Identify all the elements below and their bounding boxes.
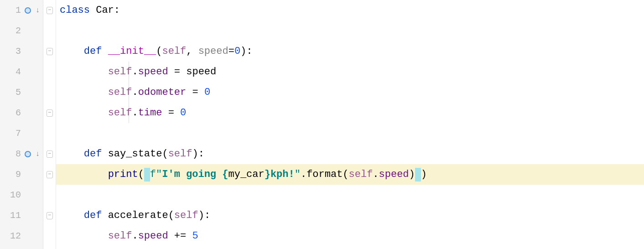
fold-row [43, 185, 56, 205]
gutter-row[interactable]: 10 [0, 185, 43, 205]
fold-row [43, 21, 56, 41]
keyword: def [84, 210, 102, 221]
code-line[interactable]: def say_state(self): [56, 144, 644, 164]
function-name: accelerate [108, 210, 168, 221]
code-line[interactable]: class Car: [56, 0, 644, 21]
keyword: class [60, 5, 90, 16]
fold-close-icon[interactable]: − [47, 109, 53, 117]
fold-row[interactable]: − [43, 0, 56, 21]
fold-open-icon[interactable]: − [47, 150, 53, 158]
fold-row [43, 62, 56, 82]
override-down-arrow-icon[interactable]: ↓ [36, 6, 40, 15]
line-number: 9 [6, 169, 21, 180]
gutter-row[interactable]: 1 ↓ [0, 0, 43, 21]
self: self [108, 87, 132, 98]
gutter-row[interactable]: 11 [0, 205, 43, 226]
caret-marker [144, 168, 150, 182]
number: 0 [234, 46, 240, 57]
self: self [168, 148, 192, 160]
line-number: 4 [6, 67, 21, 77]
keyword: def [84, 148, 102, 160]
string: I'm going [162, 169, 222, 180]
run-icon[interactable] [25, 151, 31, 157]
fold-row[interactable]: − [43, 41, 56, 62]
fold-row[interactable]: − [43, 103, 56, 123]
fold-open-icon[interactable]: − [47, 7, 53, 14]
fold-open-icon[interactable]: − [47, 48, 53, 55]
self: self [349, 169, 373, 180]
code-area[interactable]: class Car: def __init__(self, speed=0): … [56, 0, 644, 249]
attribute: speed [138, 66, 168, 78]
number: 0 [180, 107, 186, 119]
line-number: 1 [6, 5, 21, 16]
gutter-row[interactable]: 5 [0, 82, 43, 103]
identifier: speed [186, 66, 216, 78]
gutter-row[interactable]: 12 [0, 226, 43, 246]
line-number: 10 [6, 190, 21, 200]
number: 5 [192, 230, 198, 242]
string: kph! [270, 169, 295, 180]
code-line[interactable]: self.speed += 5 [56, 226, 644, 246]
fold-row [43, 123, 56, 144]
fold-row[interactable]: − [43, 164, 56, 185]
gutter-row[interactable]: 6 [0, 103, 43, 123]
fold-open-icon[interactable]: − [47, 212, 53, 219]
attribute: speed [138, 230, 168, 242]
code-line[interactable]: def accelerate(self): [56, 205, 644, 226]
caret-marker [415, 168, 421, 182]
fstring-expr: my_car [228, 169, 264, 180]
self: self [108, 107, 132, 119]
code-line[interactable] [56, 21, 644, 41]
fold-gutter[interactable]: − − − − − − [43, 0, 56, 249]
line-number: 8 [6, 149, 21, 159]
line-number: 6 [6, 108, 21, 118]
self: self [174, 210, 198, 221]
fold-row[interactable]: − [43, 205, 56, 226]
code-line[interactable] [56, 123, 644, 144]
line-number: 5 [6, 87, 21, 98]
fold-row[interactable]: − [43, 144, 56, 164]
code-line[interactable] [56, 185, 644, 205]
class-name: Car [96, 5, 114, 16]
line-number: 3 [6, 46, 21, 57]
line-number: 12 [6, 231, 21, 241]
function-name: say_state [108, 148, 162, 160]
line-number: 2 [6, 26, 21, 36]
gutter-row[interactable]: 7 [0, 123, 43, 144]
f-prefix: f [150, 169, 156, 180]
gutter-row[interactable]: 4 [0, 62, 43, 82]
self: self [108, 230, 132, 242]
gutter-row[interactable]: 3 [0, 41, 43, 62]
line-number: 11 [6, 210, 21, 221]
code-editor[interactable]: 1 ↓ 2 3 4 5 6 7 8 ↓ 9 10 11 12 − − − − −… [0, 0, 644, 249]
self: self [162, 46, 186, 57]
gutter-row[interactable]: 8 ↓ [0, 144, 43, 164]
number: 0 [204, 87, 210, 98]
attribute: speed [379, 169, 409, 180]
code-line[interactable]: self.time = 0 [56, 103, 644, 123]
fold-row [43, 226, 56, 246]
self: self [108, 66, 132, 78]
fold-row [43, 82, 56, 103]
line-number: 7 [6, 128, 21, 139]
keyword: def [84, 46, 102, 57]
method: format [306, 169, 343, 180]
run-icon[interactable] [25, 7, 31, 14]
attribute: odometer [138, 87, 187, 98]
gutter-row[interactable]: 9 [0, 164, 43, 185]
function-name: __init__ [108, 46, 156, 57]
attribute: time [138, 107, 162, 119]
line-number-gutter[interactable]: 1 ↓ 2 3 4 5 6 7 8 ↓ 9 10 11 12 [0, 0, 43, 249]
gutter-row[interactable]: 2 [0, 21, 43, 41]
override-down-arrow-icon[interactable]: ↓ [36, 150, 40, 158]
code-line[interactable]: self.speed = speed [56, 62, 644, 82]
builtin: print [108, 169, 138, 180]
code-line-highlighted[interactable]: print(f"I'm going {my_car}kph!".format(s… [56, 164, 644, 185]
code-line[interactable]: def __init__(self, speed=0): [56, 41, 644, 62]
fold-close-icon[interactable]: − [47, 171, 53, 178]
parameter: speed [198, 46, 229, 57]
code-line[interactable]: self.odometer = 0 [56, 82, 644, 103]
